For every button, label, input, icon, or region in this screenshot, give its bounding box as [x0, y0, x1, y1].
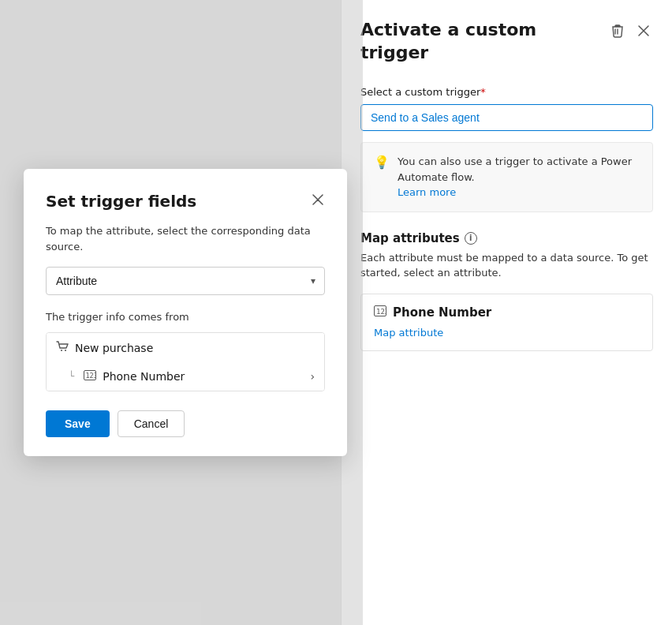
phone-number-field-icon: 123: [84, 370, 96, 383]
delete-button[interactable]: [607, 22, 628, 39]
svg-point-3: [65, 350, 66, 351]
attribute-card-header: 123 Phone Number: [374, 305, 640, 320]
phone-number-icon: 123: [374, 305, 386, 319]
save-button[interactable]: Save: [46, 410, 110, 437]
attribute-dropdown-wrapper: Attribute Variable Literal ▾: [46, 267, 325, 295]
map-attributes-info-icon[interactable]: i: [465, 232, 477, 245]
trigger-list: New purchase └ 123 Phone Number ›: [46, 332, 325, 391]
set-trigger-fields-modal: Set trigger fields To map the attribute,…: [24, 169, 347, 456]
trigger-info-label: The trigger info comes from: [46, 311, 325, 323]
map-attributes-header: Map attributes i: [360, 231, 653, 245]
list-item: New purchase: [47, 333, 324, 362]
tree-connector-icon: └: [69, 371, 74, 382]
phone-number-label: Phone Number: [103, 370, 304, 383]
modal-footer: Save Cancel: [46, 410, 325, 437]
svg-text:123: 123: [376, 308, 386, 316]
required-star: *: [480, 86, 486, 98]
list-item[interactable]: └ 123 Phone Number ›: [47, 362, 324, 391]
panel-close-button[interactable]: [634, 23, 653, 39]
learn-more-link[interactable]: Learn more: [398, 185, 640, 200]
right-panel: Activate a custom trigger Select a custo…: [341, 0, 672, 625]
svg-point-2: [61, 350, 62, 351]
modal-description: To map the attribute, select the corresp…: [46, 223, 325, 254]
info-box-text: You can also use a trigger to activate a…: [398, 154, 640, 200]
panel-title: Activate a custom trigger: [360, 19, 607, 64]
map-attributes-title: Map attributes: [360, 231, 460, 245]
attribute-name: Phone Number: [393, 305, 491, 320]
new-purchase-label: New purchase: [75, 342, 315, 354]
map-attribute-link[interactable]: Map attribute: [374, 327, 443, 339]
chevron-right-icon: ›: [310, 370, 315, 383]
svg-text:123: 123: [86, 372, 97, 380]
panel-header: Activate a custom trigger: [360, 19, 653, 64]
modal-header: Set trigger fields: [46, 191, 325, 211]
lightbulb-icon: 💡: [374, 155, 390, 200]
new-purchase-icon: [56, 341, 69, 354]
cancel-button[interactable]: Cancel: [118, 410, 185, 437]
modal-title: Set trigger fields: [46, 192, 196, 211]
modal-close-button[interactable]: [311, 191, 325, 211]
attribute-dropdown[interactable]: Attribute Variable Literal: [46, 267, 325, 295]
attribute-card: 123 Phone Number Map attribute: [360, 294, 653, 351]
modal-close-icon: [312, 194, 323, 205]
delete-icon: [610, 24, 625, 38]
info-box: 💡 You can also use a trigger to activate…: [360, 142, 653, 212]
panel-icon-group: [607, 22, 653, 39]
panel-close-icon: [637, 24, 650, 37]
map-attributes-description: Each attribute must be mapped to a data …: [360, 250, 653, 281]
trigger-input[interactable]: [360, 104, 653, 131]
select-trigger-label: Select a custom trigger*: [360, 86, 653, 98]
modal-overlay: Set trigger fields To map the attribute,…: [0, 0, 363, 625]
